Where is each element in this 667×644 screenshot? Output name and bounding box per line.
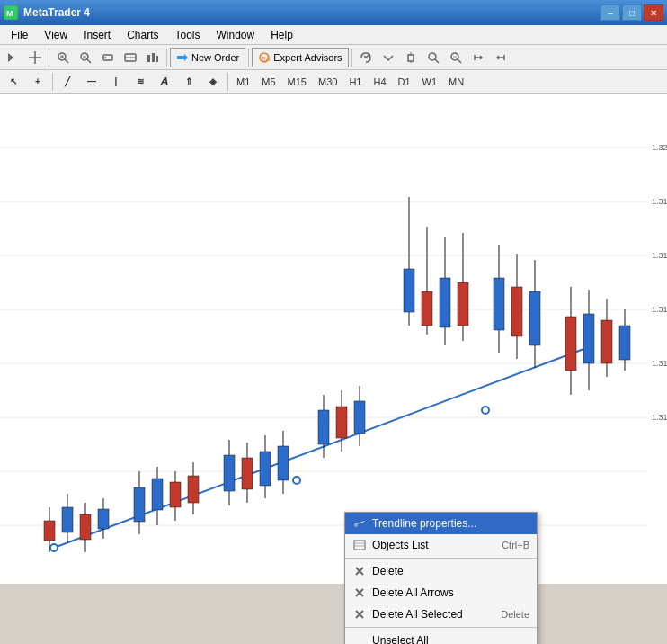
svg-rect-74 — [336, 407, 347, 438]
toolbar-btn-zoomout[interactable] — [75, 48, 96, 67]
draw-arrow2[interactable]: ⇑ — [177, 72, 200, 92]
svg-rect-48 — [44, 521, 55, 541]
svg-text:1.314: 1.314 — [652, 305, 667, 314]
draw-shape[interactable]: ◈ — [201, 72, 225, 92]
menu-file[interactable]: File — [4, 27, 35, 43]
svg-point-45 — [293, 477, 300, 484]
separator2 — [166, 49, 167, 67]
new-order-button[interactable]: New Order — [170, 48, 245, 67]
title-bar: M MetaTrader 4 – □ ✕ — [0, 0, 667, 25]
close-button[interactable]: ✕ — [644, 4, 663, 21]
tf-m5[interactable]: M5 — [256, 73, 280, 91]
menu-view[interactable]: View — [37, 27, 75, 43]
chart-svg: 1.320 1.318 1.316 1.314 1.312 1.310 — [0, 94, 667, 584]
svg-rect-96 — [601, 320, 612, 363]
ctx-trendline-properties[interactable]: Trendline properties... — [345, 513, 537, 534]
new-order-label: New Order — [191, 52, 239, 63]
ctx-delete-all-arrows[interactable]: Delete All Arrows — [345, 582, 537, 604]
separator4 — [351, 49, 352, 67]
ctx-delete-label: Delete — [372, 565, 404, 577]
menu-tools[interactable]: Tools — [168, 27, 208, 43]
delete-icon — [352, 564, 367, 578]
toolbar-btn-crosshair[interactable] — [24, 48, 46, 67]
svg-line-26 — [458, 59, 461, 63]
tf-m15[interactable]: M15 — [282, 73, 312, 91]
svg-text:EA: EA — [262, 56, 271, 62]
draw-crosshair[interactable]: + — [26, 72, 49, 92]
svg-rect-86 — [494, 278, 504, 330]
draw-fib[interactable]: ≋ — [129, 72, 152, 92]
menu-charts[interactable]: Charts — [120, 27, 165, 43]
separator1 — [49, 49, 49, 67]
draw-vline[interactable]: | — [104, 72, 128, 92]
menu-window[interactable]: Window — [209, 27, 262, 43]
svg-rect-64 — [224, 455, 235, 491]
svg-point-46 — [482, 407, 489, 414]
tf-m1[interactable]: M1 — [231, 73, 255, 91]
separator3 — [248, 49, 249, 67]
toolbar1: New Order EA Expert Advisors — [0, 45, 667, 70]
toolbar-btn-down[interactable] — [378, 48, 399, 67]
menu-insert[interactable]: Insert — [76, 27, 118, 43]
ctx-delete-all-selected-label: Delete All Selected — [372, 608, 463, 621]
tf-m30[interactable]: M30 — [313, 73, 342, 91]
tf-w1[interactable]: W1 — [417, 73, 443, 91]
svg-text:1.312: 1.312 — [652, 359, 667, 368]
ctx-delete[interactable]: Delete — [345, 560, 537, 582]
tf-mn[interactable]: MN — [443, 73, 469, 91]
ctx-unselect-all[interactable]: Unselect All — [345, 630, 537, 644]
maximize-button[interactable]: □ — [622, 4, 642, 21]
toolbar-btn-candle[interactable] — [400, 48, 422, 67]
svg-rect-14 — [147, 55, 150, 62]
trendline-properties-icon — [352, 516, 367, 531]
svg-text:1.318: 1.318 — [652, 197, 667, 206]
toolbar-btn-scroll[interactable] — [97, 48, 119, 67]
toolbar-btn-nav1[interactable] — [467, 48, 489, 67]
draw-line[interactable]: ╱ — [56, 72, 79, 92]
svg-rect-60 — [170, 482, 181, 507]
svg-rect-17 — [177, 56, 184, 59]
tf-h1[interactable]: H1 — [343, 73, 367, 91]
toolbar-btn-zoomin[interactable] — [52, 48, 74, 67]
minimize-button[interactable]: – — [600, 4, 620, 21]
unselect-all-icon — [352, 633, 367, 644]
chart-wrapper: 1.320 1.318 1.316 1.314 1.312 1.310 — [0, 94, 667, 644]
tf-d1[interactable]: D1 — [393, 73, 416, 91]
svg-rect-66 — [242, 458, 253, 489]
delete-all-selected-icon — [352, 607, 367, 622]
expert-advisors-button[interactable]: EA Expert Advisors — [252, 48, 348, 67]
svg-point-23 — [429, 53, 436, 60]
toolbar-btn-history[interactable] — [355, 48, 377, 67]
toolbar-btn-magnify2[interactable] — [445, 48, 467, 67]
main-layout: M MetaTrader 4 – □ ✕ File View Insert Ch… — [0, 0, 667, 644]
svg-rect-82 — [440, 278, 450, 327]
ctx-sep1 — [345, 558, 537, 559]
toolbar-btn-arrow[interactable] — [2, 48, 23, 67]
svg-rect-68 — [260, 452, 271, 486]
draw-arrow[interactable]: ↖ — [2, 72, 25, 92]
tb2-sep1 — [52, 73, 53, 91]
toolbar-btn-home[interactable] — [120, 48, 141, 67]
ctx-unselect-all-label: Unselect All — [372, 634, 429, 644]
svg-point-44 — [50, 544, 58, 551]
ctx-delete-all-selected[interactable]: Delete All Selected Delete — [345, 604, 537, 625]
svg-rect-84 — [458, 282, 468, 326]
menu-help[interactable]: Help — [263, 27, 300, 43]
tf-h4[interactable]: H4 — [368, 73, 391, 91]
ctx-objects-list-label: Objects List — [372, 539, 429, 551]
svg-text:1.316: 1.316 — [652, 251, 667, 260]
toolbar-btn-magnify[interactable] — [422, 48, 444, 67]
toolbar-btn-chart[interactable] — [142, 48, 164, 67]
ctx-trendline-label: Trendline properties... — [372, 517, 476, 530]
svg-rect-98 — [619, 326, 630, 360]
svg-rect-16 — [156, 56, 158, 62]
draw-text[interactable]: A — [153, 72, 176, 92]
svg-rect-15 — [152, 53, 155, 62]
draw-hline[interactable]: — — [80, 72, 103, 92]
delete-all-arrows-icon — [352, 586, 367, 600]
ctx-objects-list[interactable]: Objects List Ctrl+B — [345, 534, 537, 556]
svg-line-5 — [65, 59, 68, 63]
menu-bar: File View Insert Charts Tools Window Hel… — [0, 25, 667, 45]
tb2-sep2 — [227, 73, 228, 91]
toolbar-btn-nav2[interactable] — [490, 48, 511, 67]
